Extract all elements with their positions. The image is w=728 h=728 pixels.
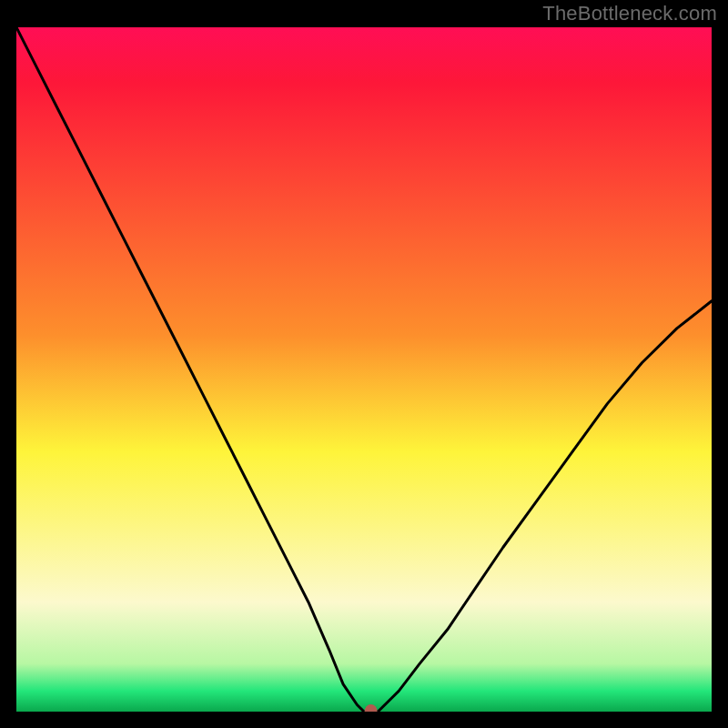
chart-svg bbox=[16, 27, 712, 712]
gradient-background bbox=[16, 27, 712, 712]
plot-area bbox=[16, 27, 712, 712]
chart-frame: TheBottleneck.com bbox=[0, 0, 728, 728]
watermark-text: TheBottleneck.com bbox=[542, 2, 717, 25]
